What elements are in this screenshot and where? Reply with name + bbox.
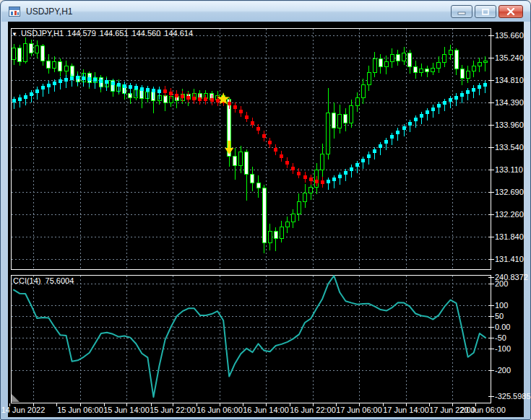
trend-square	[460, 93, 464, 97]
trend-overlay	[12, 74, 488, 191]
candle-body	[449, 50, 452, 54]
chart-canvas[interactable]	[1, 1, 531, 420]
price-axis-label: 133.110	[495, 165, 523, 174]
trend-square	[414, 118, 418, 121]
candle-body	[437, 63, 441, 68]
trend-square	[449, 98, 452, 102]
trend-square	[41, 86, 45, 89]
candle-body	[478, 63, 481, 66]
trend-square	[315, 180, 319, 183]
trend-square	[332, 178, 336, 181]
cci-axis-label: 100	[495, 301, 508, 310]
trend-square	[82, 76, 85, 80]
price-axis-label: 132.260	[495, 210, 524, 219]
trend-square	[262, 134, 266, 138]
candle-body	[443, 54, 446, 63]
trend-square	[390, 135, 394, 139]
cci-name: CCI(14)	[13, 276, 41, 285]
price-axis-label: 133.540	[495, 143, 524, 152]
candle-body	[332, 113, 336, 128]
cci-axis-label: 50	[495, 312, 504, 320]
candle-body	[350, 106, 353, 123]
cci-axis-label: -100	[495, 344, 511, 353]
ohlc-high: 144.651	[100, 29, 129, 38]
time-axis-label: 15 Jun 14:00	[103, 406, 150, 414]
candle-body	[163, 95, 167, 102]
candle-body	[47, 61, 51, 68]
candle-body	[53, 61, 56, 68]
sell-signal-arrow-icon	[228, 141, 230, 149]
trend-square	[309, 178, 313, 181]
candle-body	[466, 71, 470, 79]
trend-square	[420, 114, 423, 118]
candle-body	[245, 152, 249, 175]
trend-square	[297, 172, 301, 175]
ohlc-low: 144.560	[132, 29, 161, 38]
candle-body	[355, 97, 359, 106]
trend-square	[396, 131, 400, 134]
trend-square	[87, 77, 91, 81]
trend-square	[12, 99, 16, 102]
trend-square	[268, 141, 272, 144]
candle-body	[361, 85, 365, 98]
trend-square	[152, 89, 155, 92]
trend-square	[140, 87, 144, 91]
candle-body	[408, 53, 412, 67]
pane-borders	[11, 28, 491, 403]
price-axis-label: 134.810	[495, 76, 524, 84]
candle-body	[327, 113, 330, 154]
trend-square	[198, 97, 202, 101]
ohlc-open: 144.579	[67, 29, 96, 38]
time-axis-label: 20 Jun 06:00	[459, 406, 506, 414]
trend-square	[105, 80, 108, 84]
trend-square	[384, 140, 388, 144]
candle-body	[12, 48, 16, 60]
candle-body	[454, 50, 458, 69]
candle-body	[64, 66, 68, 71]
trend-square	[53, 82, 56, 85]
price-axis-label: 134.390	[495, 98, 524, 107]
candle-body	[268, 231, 272, 242]
candle-body	[431, 68, 435, 71]
trend-square	[303, 175, 307, 179]
candle-body	[414, 67, 418, 72]
trend-square	[175, 94, 178, 97]
history-corner-triangle	[12, 394, 20, 402]
trend-square	[123, 84, 126, 88]
trend-square	[431, 108, 435, 111]
candle-body	[262, 188, 266, 243]
ohlc-symbol: USDJPY,H1	[21, 29, 64, 38]
trend-square	[355, 163, 359, 167]
candle-body	[274, 231, 277, 238]
axis-ticks	[9, 35, 494, 406]
trend-square	[285, 161, 289, 165]
price-axis-label: 131.840	[495, 232, 524, 241]
trend-square	[134, 86, 138, 89]
trend-square	[426, 110, 429, 114]
trend-square	[117, 83, 121, 87]
candle-body	[396, 54, 400, 61]
trend-square	[466, 90, 470, 94]
cci-axis-label: -325.5985	[495, 392, 531, 401]
cci-line-group	[14, 276, 485, 397]
trend-square	[280, 154, 283, 158]
time-axis-label: 16 Jun 06:00	[197, 406, 243, 414]
trend-square	[251, 121, 254, 125]
sell-signal-arrow-icon	[225, 148, 233, 154]
trend-square	[239, 110, 243, 113]
time-axis-label: 15 Jun 06:00	[57, 406, 103, 414]
candle-body	[390, 54, 394, 61]
trend-square	[233, 105, 237, 109]
time-axis-label: 17 Jun 06:00	[336, 406, 382, 414]
cci-axis-label: -50	[495, 333, 506, 342]
trend-square	[204, 97, 207, 101]
candle-body	[321, 154, 324, 170]
trend-square	[157, 89, 161, 93]
trend-square	[472, 88, 475, 92]
trend-square	[18, 97, 22, 101]
trend-square	[47, 84, 51, 87]
trend-square	[70, 76, 74, 80]
price-axis-label: 131.410	[495, 255, 524, 263]
candle-body	[303, 193, 307, 202]
candle-body	[35, 46, 39, 53]
